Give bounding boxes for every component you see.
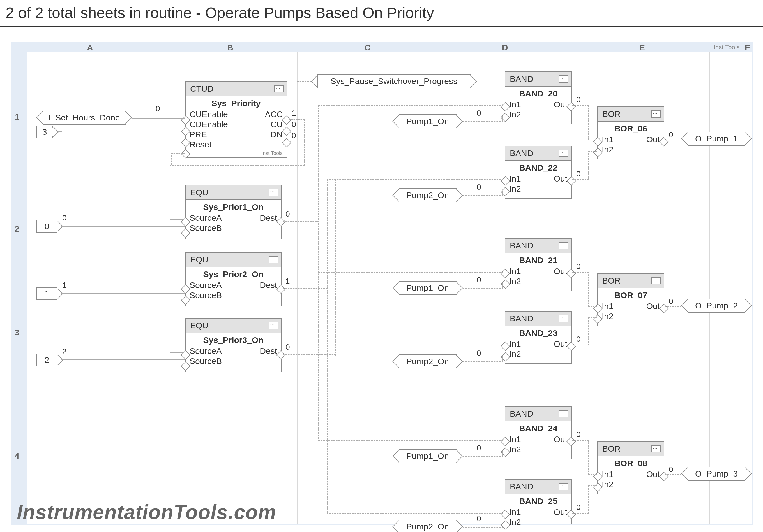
block-instance-name: BAND_24 (505, 421, 571, 434)
block-band25[interactable]: BAND BAND_25 In1Out In2 (505, 479, 572, 524)
wire (665, 139, 681, 140)
block-equ3[interactable]: EQU Sys_Prior3_On SourceADest SourceB (185, 318, 281, 372)
wire (170, 165, 304, 166)
block-type: BAND (510, 148, 533, 158)
block-instance-name: BOR_08 (598, 456, 664, 469)
pin-value: 0 (292, 131, 296, 140)
wire (572, 105, 589, 106)
block-type: EQU (190, 255, 208, 264)
pin-value: 0 (576, 169, 581, 178)
wire (588, 139, 597, 140)
pin-value: 1 (292, 109, 296, 118)
block-instance-name: Sys_Priority (186, 96, 286, 109)
wire (171, 153, 185, 153)
oref-o-pump-3[interactable]: O_Pump_3 (681, 467, 751, 481)
wire (61, 293, 184, 294)
iref-pump2-on-c[interactable]: Pump2_On (392, 520, 463, 532)
block-ctud[interactable]: CTUD Sys_Priority CUEnableACC CDEnableCU… (185, 81, 287, 158)
expand-icon[interactable] (651, 110, 661, 118)
col-f: F (745, 43, 750, 52)
pin-value: 0 (576, 503, 581, 512)
wire (588, 440, 589, 475)
expand-icon[interactable] (559, 483, 568, 490)
wire (297, 81, 311, 82)
iref-i-set-hours-done[interactable]: I_Set_Hours_Done (37, 111, 132, 125)
wire (335, 345, 503, 345)
wire (463, 195, 503, 196)
iref-const-1[interactable]: 1 (37, 287, 57, 300)
page-title: 2 of 2 total sheets in routine - Operate… (6, 4, 434, 21)
block-type: EQU (190, 188, 208, 197)
block-bor07[interactable]: BOR BOR_07 In1Out In2 (597, 273, 664, 326)
wire (588, 151, 589, 180)
wire-value: 0 (477, 275, 481, 284)
expand-icon[interactable] (559, 315, 568, 322)
wire (572, 179, 589, 180)
iref-pump2-on-a[interactable]: Pump2_On (392, 188, 463, 202)
pin-value: 0 (576, 262, 581, 271)
block-bor08[interactable]: BOR BOR_08 In1Out In2 (597, 441, 664, 494)
expand-icon[interactable] (269, 322, 278, 329)
col-b: B (227, 43, 233, 52)
iref-const-2[interactable]: 2 (37, 354, 57, 366)
block-equ1[interactable]: EQU Sys_Prior1_On SourceADest SourceB (185, 185, 281, 239)
block-band23[interactable]: BAND BAND_23 In1Out In2 (505, 311, 572, 364)
wire (502, 116, 503, 122)
block-type: EQU (190, 321, 208, 330)
pin-value: 0 (669, 297, 673, 306)
row-4: 4 (15, 451, 19, 461)
wire (283, 354, 336, 355)
wire (572, 345, 589, 345)
expand-icon[interactable] (269, 256, 278, 263)
block-instance-name: BOR_07 (598, 288, 664, 301)
block-band22[interactable]: BAND BAND_22 In1Out In2 (505, 146, 572, 199)
block-instance-name: BAND_22 (505, 161, 571, 174)
gridline (709, 52, 710, 524)
col-e: E (639, 43, 645, 52)
block-band21[interactable]: BAND BAND_21 In1Out In2 (505, 238, 572, 291)
expand-icon[interactable] (559, 410, 568, 417)
iref-pump1-on-b[interactable]: Pump1_On (392, 281, 463, 295)
wire-value: 0 (62, 214, 67, 222)
block-instance-name: BAND_20 (505, 87, 571, 99)
block-instance-name: BAND_21 (505, 253, 571, 266)
block-type: BOR (602, 444, 620, 454)
block-type: BAND (510, 74, 533, 84)
block-instance-name: BAND_25 (505, 494, 571, 507)
expand-icon[interactable] (274, 85, 284, 92)
iref-pump2-on-b[interactable]: Pump2_On (392, 354, 463, 368)
iref-sys-pause[interactable]: Sys_Pause_Switchover_Progress (311, 74, 477, 88)
wire-value: 0 (477, 109, 481, 118)
iref-const-3[interactable]: 3 (37, 126, 53, 138)
block-band24[interactable]: BAND BAND_24 In1Out In2 (505, 406, 572, 459)
expand-icon[interactable] (651, 445, 661, 452)
iref-pump1-on-c[interactable]: Pump1_On (392, 449, 463, 463)
oref-o-pump-1[interactable]: O_Pump_1 (681, 132, 751, 146)
wire-value: 2 (62, 347, 67, 356)
block-band20[interactable]: BAND BAND_20 In1Out In2 (505, 71, 572, 125)
expand-icon[interactable] (559, 149, 568, 157)
wire (61, 226, 184, 226)
wire (463, 527, 503, 528)
wire (304, 119, 304, 166)
expand-icon[interactable] (559, 75, 568, 83)
row-1: 1 (15, 112, 19, 122)
gridline (572, 52, 572, 524)
iref-pump1-on-a[interactable]: Pump1_On (392, 114, 463, 128)
expand-icon[interactable] (651, 277, 661, 284)
block-equ2[interactable]: EQU Sys_Prior2_On SourceADest SourceB (185, 252, 281, 307)
block-type: BAND (510, 482, 533, 491)
wire (289, 119, 304, 120)
pin-value: 0 (292, 120, 296, 129)
expand-icon[interactable] (269, 189, 278, 196)
iref-const-0[interactable]: 0 (37, 220, 57, 233)
oref-o-pump-2[interactable]: O_Pump_2 (681, 299, 751, 312)
wire (588, 317, 597, 318)
inst-tools-note: Inst Tools (261, 150, 283, 156)
title-rule (0, 26, 763, 27)
expand-icon[interactable] (559, 242, 568, 249)
block-bor06[interactable]: BOR BOR_06 In1Out In2 (597, 107, 664, 159)
row-3: 3 (15, 328, 19, 337)
wire (588, 306, 597, 307)
block-instance-name: Sys_Prior2_On (186, 267, 281, 280)
